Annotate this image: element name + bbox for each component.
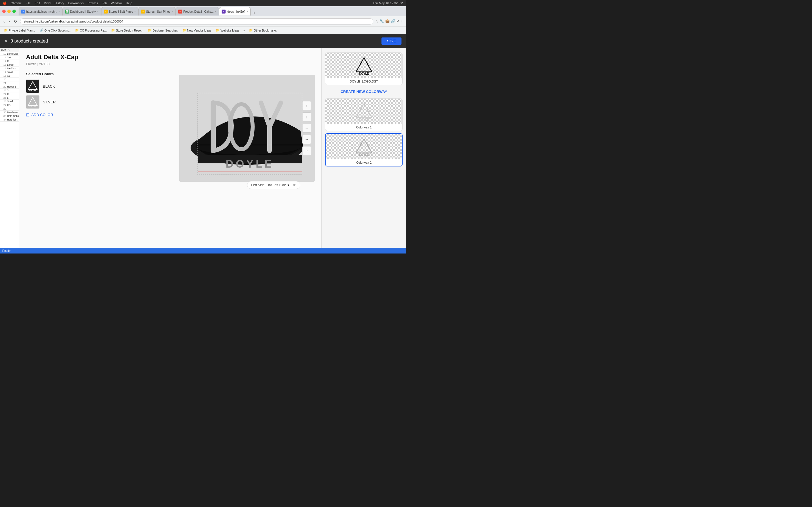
spreadsheet-row: 133XL [0, 56, 19, 59]
tab-stores-saltpines-2[interactable]: S Stores | Salt Pines × [139, 7, 175, 15]
bookmark-one-click[interactable]: 🔗 One Click Sourcin... [38, 28, 72, 33]
bookmark-new-vendor-ideas[interactable]: 📁 New Vendor Ideas [181, 28, 213, 33]
svg-text:DOYLE: DOYLE [359, 118, 369, 121]
colorway-2-card[interactable]: DOYLE Colorway 2 [325, 133, 403, 166]
bookmark-icon-6: 📁 [183, 29, 186, 32]
extension-icon-3[interactable]: 🔗 [391, 19, 395, 23]
help-menu[interactable]: Help [126, 1, 132, 5]
nav-up-button[interactable]: ↑ [302, 101, 311, 110]
color-row-black: DOYLE BLACK [26, 79, 175, 93]
edit-menu[interactable]: Edit [35, 1, 40, 5]
bookmark-label-3: CC Processing Re... [80, 29, 107, 32]
design-file-svg: DOYLE [353, 55, 375, 75]
tab-close-1[interactable]: × [58, 10, 60, 13]
bookmark-icon-2: 🔗 [40, 29, 43, 32]
colorway-1-card[interactable]: DOYLE Colorway 1 [325, 98, 403, 131]
tab-close-4[interactable]: × [171, 10, 173, 13]
svg-marker-18 [356, 104, 372, 118]
extension-icon-4[interactable]: P [396, 19, 399, 23]
spreadsheet-row: 20 [0, 78, 19, 81]
spreadsheet-row: 233xl [0, 89, 19, 93]
window-minimize-button[interactable] [7, 10, 11, 13]
tab-favicon-2: 📊 [65, 10, 69, 13]
bookmark-designer-searches[interactable]: 📁 Designer Searches [146, 28, 179, 33]
preview-nav: ↑ ↓ ← → ↔ [302, 101, 311, 155]
add-color-label: ADD COLOR [31, 113, 53, 117]
spreadsheet-rows: 12Long Slee133XL14XL15Large16Medium17sma… [0, 52, 19, 122]
profiles-menu[interactable]: Profiles [88, 1, 98, 5]
window-close-button[interactable] [2, 10, 6, 13]
window-controls [2, 10, 16, 13]
tab-stores-saltpines-1[interactable]: S Stores | Salt Pines × [101, 7, 139, 15]
view-menu[interactable]: View [44, 1, 51, 5]
tab-ideas-inksoft[interactable]: I Ideas | InkSoft × [219, 7, 251, 15]
tab-favicon-1: S [21, 10, 25, 13]
bookmark-label-6: New Vendor Ideas [187, 29, 211, 32]
history-menu[interactable]: History [54, 1, 64, 5]
add-color-button[interactable]: ⊞ ADD COLOR [26, 111, 53, 119]
bookmark-website-ideas[interactable]: 📁 Website Ideas [214, 28, 241, 33]
bookmark-other[interactable]: 📁 Other Bookmarks [247, 28, 278, 33]
bookmarks-menu[interactable]: Bookmarks [68, 1, 84, 5]
spreadsheet-row: 22Hooded [0, 85, 19, 89]
view-label-text: Left Side: Hat Left Side [251, 183, 286, 187]
tab-title-3: Stores | Salt Pines [109, 10, 133, 13]
mac-bar-right: Thu May 18 12:32 PM [373, 1, 403, 5]
tab-saltpines-mysh[interactable]: S https://saltpines.mysh... × [18, 7, 63, 15]
design-file-label: DOYLE_LOGO.DST [325, 78, 402, 85]
nav-expand-button[interactable]: ↔ [302, 146, 311, 155]
window-menu[interactable]: Window [111, 1, 122, 5]
bookmarks-more-button[interactable]: » [242, 29, 246, 32]
file-menu[interactable]: File [26, 1, 31, 5]
spreadsheet-row: 16Medium [0, 67, 19, 70]
tab-product-detail[interactable]: P Product Detail | Cake... × [175, 7, 219, 15]
colorway-2-label: Colorway 2 [326, 159, 402, 166]
nav-right-button[interactable]: → [302, 135, 311, 144]
extension-icon-1[interactable]: 🔧 [379, 19, 384, 23]
menu-icon[interactable]: ⋮ [400, 19, 404, 23]
design-file-preview: DOYLE [325, 53, 402, 78]
colorway-1-svg: DOYLE [353, 101, 375, 121]
tab-menu[interactable]: Tab [102, 1, 107, 5]
tab-dashboard-stocky[interactable]: 📊 Dashboard | Stocky × [63, 7, 101, 15]
extension-icon-2[interactable]: 📦 [385, 19, 390, 23]
address-input[interactable] [20, 18, 373, 24]
save-button[interactable]: SAVE [382, 38, 402, 45]
window-maximize-button[interactable] [12, 10, 16, 13]
spreadsheet-row: 15Large [0, 63, 19, 67]
view-label-bar[interactable]: Left Side: Hat Left Side ▾ ✏ [247, 181, 300, 189]
bookmark-private-label[interactable]: 📁 Private Label Man... [2, 28, 37, 33]
page-wrapper: × 0 products created SAVE D29 A 12Long S… [0, 34, 406, 248]
nav-down-button[interactable]: ↓ [302, 112, 311, 121]
new-tab-button[interactable]: + [251, 10, 258, 15]
forward-button[interactable]: › [8, 18, 11, 25]
tab-close-6[interactable]: × [246, 10, 248, 13]
bookmark-icon-7: 📁 [216, 29, 220, 32]
svg-text:DOYLE: DOYLE [226, 158, 274, 170]
banner-close-button[interactable]: × [4, 39, 7, 44]
tab-close-3[interactable]: × [134, 10, 136, 13]
chrome-menu-label[interactable]: Chrome [11, 1, 22, 5]
edit-icon[interactable]: ✏ [293, 183, 296, 187]
svg-text:DOYLE: DOYLE [359, 72, 369, 75]
color-swatch-silver[interactable]: DOYLE [26, 95, 40, 109]
reload-button[interactable]: ↻ [13, 18, 18, 25]
apple-menu[interactable]: 🍎 [3, 1, 7, 5]
bookmark-cc-processing[interactable]: 📁 CC Processing Re... [73, 28, 108, 33]
bookmark-store-design[interactable]: 📁 Store Design Reso... [109, 28, 145, 33]
bookmark-icon[interactable]: ☆ [375, 19, 378, 23]
spreadsheet-row: 12Long Slee [0, 52, 19, 56]
tab-title-4: Stores | Salt Pines [146, 10, 170, 13]
bookmark-label-1: Private Label Man... [9, 29, 35, 32]
cell-ref: D29 [1, 48, 6, 51]
color-swatch-black[interactable]: DOYLE [26, 79, 40, 93]
tab-close-2[interactable]: × [97, 10, 99, 13]
back-button[interactable]: ‹ [2, 18, 6, 25]
hat-preview-svg: DOYLE [179, 75, 315, 182]
nav-left-button[interactable]: ← [302, 124, 311, 133]
tab-close-5[interactable]: × [215, 10, 216, 13]
create-colorway-button[interactable]: CREATE NEW COLORWAY [325, 87, 403, 96]
product-title: Adult Delta X-Cap [26, 54, 315, 61]
design-file-card[interactable]: DOYLE DOYLE_LOGO.DST [325, 52, 403, 85]
left-column: Selected Colors DOYLE BLACK [26, 72, 175, 119]
